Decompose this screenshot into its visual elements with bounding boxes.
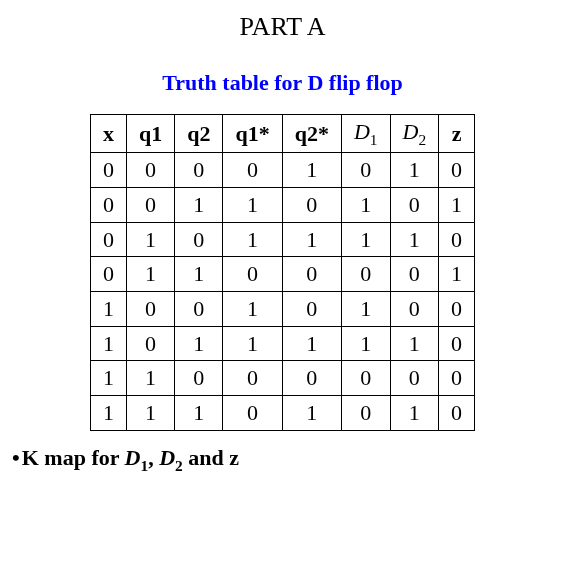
cell: 0 — [341, 257, 390, 292]
cell: 0 — [282, 187, 341, 222]
cell: 0 — [223, 396, 282, 431]
cell: 0 — [126, 153, 174, 188]
cell: 1 — [126, 361, 174, 396]
cell: 0 — [439, 291, 475, 326]
col-d2: D2 — [390, 115, 439, 153]
cell: 0 — [341, 396, 390, 431]
cell: 0 — [223, 257, 282, 292]
cell: 1 — [341, 326, 390, 361]
cell: 1 — [439, 187, 475, 222]
table-row: 0 1 1 0 0 0 0 1 — [90, 257, 474, 292]
cell: 0 — [126, 187, 174, 222]
cell: 0 — [175, 222, 223, 257]
cell: 0 — [126, 326, 174, 361]
cell: 1 — [341, 291, 390, 326]
col-q2: q2 — [175, 115, 223, 153]
cell: 0 — [439, 361, 475, 396]
cell: 0 — [126, 291, 174, 326]
cell: 1 — [90, 396, 126, 431]
cell: 0 — [390, 361, 439, 396]
part-title: PART A — [8, 12, 557, 42]
cell: 1 — [90, 291, 126, 326]
cell: 1 — [282, 396, 341, 431]
cell: 0 — [390, 257, 439, 292]
cell: 0 — [90, 187, 126, 222]
cell: 0 — [282, 361, 341, 396]
col-q2star: q2* — [282, 115, 341, 153]
truth-table-title: Truth table for D flip flop — [8, 70, 557, 96]
col-z: z — [439, 115, 475, 153]
cell: 1 — [223, 222, 282, 257]
table-row: 0 0 0 0 1 0 1 0 — [90, 153, 474, 188]
cell: 0 — [390, 291, 439, 326]
cell: 0 — [223, 361, 282, 396]
cell: 0 — [439, 396, 475, 431]
cell: 0 — [223, 153, 282, 188]
table-header-row: x q1 q2 q1* q2* D1 D2 z — [90, 115, 474, 153]
cell: 0 — [282, 257, 341, 292]
cell: 0 — [439, 222, 475, 257]
bullet-icon: • — [12, 445, 20, 470]
col-q1: q1 — [126, 115, 174, 153]
table-row: 0 0 1 1 0 1 0 1 — [90, 187, 474, 222]
cell: 1 — [282, 222, 341, 257]
cell: 1 — [126, 396, 174, 431]
cell: 1 — [341, 222, 390, 257]
cell: 0 — [90, 257, 126, 292]
cell: 0 — [175, 153, 223, 188]
table-row: 1 1 0 0 0 0 0 0 — [90, 361, 474, 396]
cell: 0 — [282, 291, 341, 326]
cell: 1 — [126, 257, 174, 292]
cell: 0 — [390, 187, 439, 222]
col-q1star: q1* — [223, 115, 282, 153]
cell: 1 — [341, 187, 390, 222]
cell: 0 — [341, 153, 390, 188]
cell: 1 — [175, 396, 223, 431]
cell: 0 — [175, 361, 223, 396]
cell: 1 — [90, 326, 126, 361]
cell: 1 — [223, 187, 282, 222]
cell: 1 — [439, 257, 475, 292]
cell: 1 — [175, 187, 223, 222]
cell: 1 — [390, 222, 439, 257]
table-row: 1 0 1 1 1 1 1 0 — [90, 326, 474, 361]
cell: 1 — [90, 361, 126, 396]
cell: 1 — [175, 257, 223, 292]
cell: 1 — [223, 326, 282, 361]
cell: 1 — [390, 326, 439, 361]
cell: 1 — [282, 153, 341, 188]
cell: 1 — [223, 291, 282, 326]
kmap-heading: •K map for D1, D2 and z — [12, 445, 557, 474]
table-body: 0 0 0 0 1 0 1 0 0 0 1 1 0 1 0 1 0 1 0 1 … — [90, 153, 474, 431]
cell: 0 — [90, 153, 126, 188]
cell: 0 — [175, 291, 223, 326]
cell: 1 — [390, 396, 439, 431]
cell: 1 — [126, 222, 174, 257]
col-x: x — [90, 115, 126, 153]
cell: 0 — [439, 326, 475, 361]
truth-table: x q1 q2 q1* q2* D1 D2 z 0 0 0 0 1 0 1 0 … — [90, 114, 475, 431]
cell: 0 — [439, 153, 475, 188]
cell: 0 — [341, 361, 390, 396]
table-row: 0 1 0 1 1 1 1 0 — [90, 222, 474, 257]
cell: 0 — [90, 222, 126, 257]
table-row: 1 1 1 0 1 0 1 0 — [90, 396, 474, 431]
cell: 1 — [175, 326, 223, 361]
cell: 1 — [282, 326, 341, 361]
cell: 1 — [390, 153, 439, 188]
table-row: 1 0 0 1 0 1 0 0 — [90, 291, 474, 326]
col-d1: D1 — [341, 115, 390, 153]
